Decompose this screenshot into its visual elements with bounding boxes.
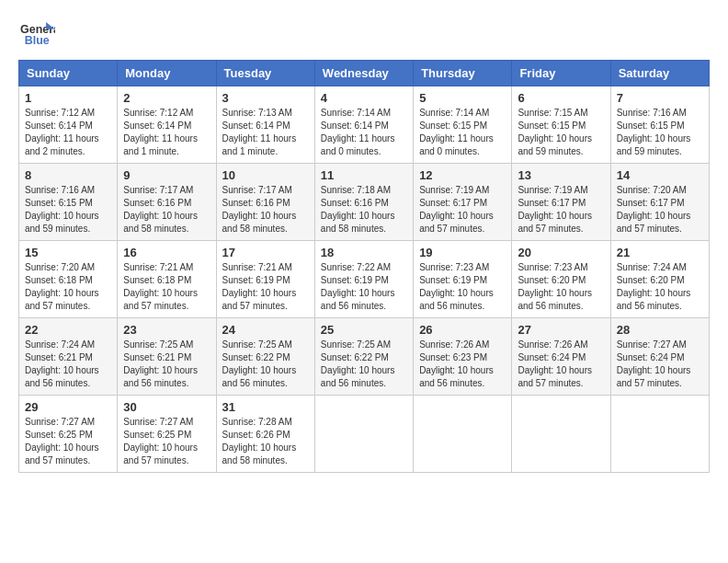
day-info: Sunrise: 7:17 AMSunset: 6:16 PMDaylight:…: [222, 185, 297, 234]
day-number: 26: [419, 323, 506, 337]
day-info: Sunrise: 7:23 AMSunset: 6:19 PMDaylight:…: [419, 262, 494, 311]
calendar-cell: 15Sunrise: 7:20 AMSunset: 6:18 PMDayligh…: [19, 241, 118, 318]
day-number: 24: [222, 323, 309, 337]
weekday-header-friday: Friday: [512, 61, 610, 86]
calendar-cell: 29Sunrise: 7:27 AMSunset: 6:25 PMDayligh…: [19, 396, 118, 473]
calendar-table: SundayMondayTuesdayWednesdayThursdayFrid…: [18, 60, 710, 473]
day-info: Sunrise: 7:16 AMSunset: 6:15 PMDaylight:…: [25, 185, 99, 234]
day-number: 21: [617, 246, 703, 259]
calendar-cell: 28Sunrise: 7:27 AMSunset: 6:24 PMDayligh…: [610, 318, 709, 396]
day-info: Sunrise: 7:12 AMSunset: 6:14 PMDaylight:…: [123, 108, 198, 156]
calendar-cell: 24Sunrise: 7:25 AMSunset: 6:22 PMDayligh…: [216, 318, 314, 396]
calendar-cell: 3Sunrise: 7:13 AMSunset: 6:14 PMDaylight…: [216, 86, 314, 164]
calendar-cell: 16Sunrise: 7:21 AMSunset: 6:18 PMDayligh…: [118, 241, 216, 318]
calendar-cell: 19Sunrise: 7:23 AMSunset: 6:19 PMDayligh…: [414, 241, 512, 318]
svg-text:Blue: Blue: [25, 34, 50, 47]
day-number: 2: [123, 91, 210, 105]
calendar-cell: 5Sunrise: 7:14 AMSunset: 6:15 PMDaylight…: [414, 86, 512, 164]
page-header: General Blue: [18, 18, 710, 51]
day-info: Sunrise: 7:23 AMSunset: 6:20 PMDaylight:…: [518, 262, 592, 311]
calendar-cell: 25Sunrise: 7:25 AMSunset: 6:22 PMDayligh…: [314, 318, 413, 396]
day-number: 4: [321, 91, 407, 105]
day-number: 20: [518, 246, 604, 259]
calendar-cell: 17Sunrise: 7:21 AMSunset: 6:19 PMDayligh…: [216, 241, 314, 318]
day-number: 17: [222, 246, 309, 259]
day-number: 18: [321, 246, 407, 259]
day-number: 16: [123, 246, 210, 259]
calendar-cell: 1Sunrise: 7:12 AMSunset: 6:14 PMDaylight…: [19, 86, 118, 164]
day-number: 12: [419, 168, 506, 182]
calendar-cell: 12Sunrise: 7:19 AMSunset: 6:17 PMDayligh…: [414, 164, 512, 241]
day-info: Sunrise: 7:24 AMSunset: 6:21 PMDaylight:…: [25, 339, 99, 388]
day-info: Sunrise: 7:27 AMSunset: 6:24 PMDaylight:…: [617, 339, 691, 388]
calendar-cell: 22Sunrise: 7:24 AMSunset: 6:21 PMDayligh…: [19, 318, 118, 396]
weekday-header-wednesday: Wednesday: [314, 61, 413, 86]
day-number: 14: [617, 168, 703, 182]
day-info: Sunrise: 7:19 AMSunset: 6:17 PMDaylight:…: [419, 185, 494, 234]
calendar-cell: 13Sunrise: 7:19 AMSunset: 6:17 PMDayligh…: [512, 164, 610, 241]
week-row-4: 22Sunrise: 7:24 AMSunset: 6:21 PMDayligh…: [19, 318, 710, 396]
day-number: 23: [123, 323, 210, 337]
day-number: 7: [617, 91, 703, 105]
calendar-cell: [512, 396, 610, 473]
calendar-cell: 8Sunrise: 7:16 AMSunset: 6:15 PMDaylight…: [19, 164, 118, 241]
day-info: Sunrise: 7:21 AMSunset: 6:19 PMDaylight:…: [222, 262, 297, 311]
calendar-cell: 26Sunrise: 7:26 AMSunset: 6:23 PMDayligh…: [414, 318, 512, 396]
day-info: Sunrise: 7:28 AMSunset: 6:26 PMDaylight:…: [222, 417, 297, 465]
calendar-cell: 11Sunrise: 7:18 AMSunset: 6:16 PMDayligh…: [314, 164, 413, 241]
day-info: Sunrise: 7:22 AMSunset: 6:19 PMDaylight:…: [321, 262, 395, 311]
day-info: Sunrise: 7:19 AMSunset: 6:17 PMDaylight:…: [518, 185, 592, 234]
weekday-header-thursday: Thursday: [414, 61, 512, 86]
day-number: 25: [321, 323, 407, 337]
day-info: Sunrise: 7:18 AMSunset: 6:16 PMDaylight:…: [321, 185, 395, 234]
day-info: Sunrise: 7:24 AMSunset: 6:20 PMDaylight:…: [617, 262, 691, 311]
logo-icon: General Blue: [18, 18, 55, 51]
day-info: Sunrise: 7:21 AMSunset: 6:18 PMDaylight:…: [123, 262, 198, 311]
day-info: Sunrise: 7:14 AMSunset: 6:15 PMDaylight:…: [419, 108, 494, 156]
day-info: Sunrise: 7:15 AMSunset: 6:15 PMDaylight:…: [518, 108, 592, 156]
day-number: 22: [25, 323, 111, 337]
day-number: 15: [25, 246, 111, 259]
day-info: Sunrise: 7:20 AMSunset: 6:18 PMDaylight:…: [25, 262, 99, 311]
day-number: 11: [321, 168, 407, 182]
calendar-cell: 6Sunrise: 7:15 AMSunset: 6:15 PMDaylight…: [512, 86, 610, 164]
weekday-header-saturday: Saturday: [610, 61, 709, 86]
calendar-cell: 21Sunrise: 7:24 AMSunset: 6:20 PMDayligh…: [610, 241, 709, 318]
calendar-cell: 9Sunrise: 7:17 AMSunset: 6:16 PMDaylight…: [118, 164, 216, 241]
weekday-header-tuesday: Tuesday: [216, 61, 314, 86]
day-number: 27: [518, 323, 604, 337]
week-row-1: 1Sunrise: 7:12 AMSunset: 6:14 PMDaylight…: [19, 86, 710, 164]
day-number: 3: [222, 91, 309, 105]
day-info: Sunrise: 7:26 AMSunset: 6:24 PMDaylight:…: [518, 339, 592, 388]
week-row-2: 8Sunrise: 7:16 AMSunset: 6:15 PMDaylight…: [19, 164, 710, 241]
day-info: Sunrise: 7:25 AMSunset: 6:22 PMDaylight:…: [222, 339, 297, 388]
day-info: Sunrise: 7:25 AMSunset: 6:22 PMDaylight:…: [321, 339, 395, 388]
logo: General Blue: [18, 18, 59, 51]
day-number: 10: [222, 168, 309, 182]
day-info: Sunrise: 7:27 AMSunset: 6:25 PMDaylight:…: [25, 417, 99, 465]
week-row-5: 29Sunrise: 7:27 AMSunset: 6:25 PMDayligh…: [19, 396, 710, 473]
day-info: Sunrise: 7:12 AMSunset: 6:14 PMDaylight:…: [25, 108, 99, 156]
day-number: 1: [25, 91, 111, 105]
calendar-cell: 14Sunrise: 7:20 AMSunset: 6:17 PMDayligh…: [610, 164, 709, 241]
day-info: Sunrise: 7:27 AMSunset: 6:25 PMDaylight:…: [123, 417, 198, 465]
day-number: 5: [419, 91, 506, 105]
day-info: Sunrise: 7:14 AMSunset: 6:14 PMDaylight:…: [321, 108, 395, 156]
day-number: 31: [222, 400, 309, 414]
calendar-cell: 20Sunrise: 7:23 AMSunset: 6:20 PMDayligh…: [512, 241, 610, 318]
day-number: 30: [123, 400, 210, 414]
day-info: Sunrise: 7:26 AMSunset: 6:23 PMDaylight:…: [419, 339, 494, 388]
weekday-header-sunday: Sunday: [19, 61, 118, 86]
weekday-header-monday: Monday: [118, 61, 216, 86]
day-number: 9: [123, 168, 210, 182]
day-number: 8: [25, 168, 111, 182]
day-number: 13: [518, 168, 604, 182]
calendar-cell: 7Sunrise: 7:16 AMSunset: 6:15 PMDaylight…: [610, 86, 709, 164]
weekday-header-row: SundayMondayTuesdayWednesdayThursdayFrid…: [19, 61, 710, 86]
day-info: Sunrise: 7:16 AMSunset: 6:15 PMDaylight:…: [617, 108, 691, 156]
day-number: 29: [25, 400, 111, 414]
calendar-cell: 23Sunrise: 7:25 AMSunset: 6:21 PMDayligh…: [118, 318, 216, 396]
day-info: Sunrise: 7:17 AMSunset: 6:16 PMDaylight:…: [123, 185, 198, 234]
calendar-cell: 27Sunrise: 7:26 AMSunset: 6:24 PMDayligh…: [512, 318, 610, 396]
day-info: Sunrise: 7:25 AMSunset: 6:21 PMDaylight:…: [123, 339, 198, 388]
